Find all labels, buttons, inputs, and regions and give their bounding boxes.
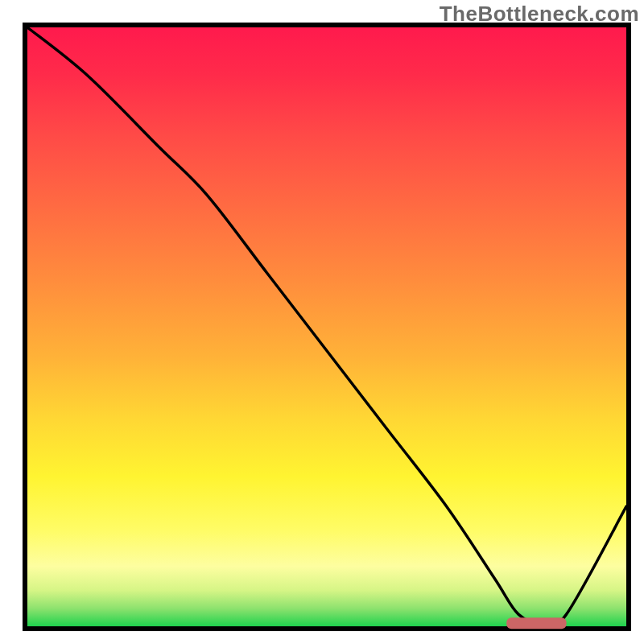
chart-svg [27,27,626,626]
optimal-range-marker [506,617,566,629]
bottleneck-curve [27,27,626,626]
plot-area [23,23,631,631]
watermark-text: TheBottleneck.com [440,2,639,27]
chart-frame: TheBottleneck.com [0,0,644,644]
